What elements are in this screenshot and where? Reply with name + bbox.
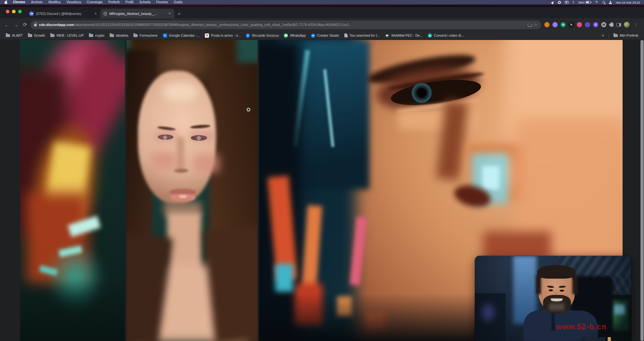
bookmark-folder-idealista[interactable]: idealista bbox=[107, 33, 131, 37]
wifi-icon[interactable] bbox=[595, 1, 599, 4]
lock-icon[interactable] bbox=[34, 24, 37, 26]
tab-discord[interactable]: (2762) Discord | @Midjourney × bbox=[26, 9, 100, 18]
bookmark-folder-ai-art[interactable]: AI ART bbox=[3, 33, 25, 37]
extension-icon-5[interactable] bbox=[577, 22, 582, 27]
extensions-puzzle-icon[interactable] bbox=[610, 23, 613, 27]
menu-visualizza[interactable]: Visualizza bbox=[64, 0, 84, 5]
other-bookmarks[interactable]: Altri Preferiti bbox=[611, 33, 641, 37]
menu-scheda[interactable]: Scheda bbox=[136, 0, 153, 5]
forward-button[interactable]: → bbox=[12, 22, 19, 28]
watermark-text: www.52-b.cn bbox=[556, 322, 607, 331]
mouse-cursor bbox=[247, 108, 250, 111]
url-path: /attachments/1013512335442333816/1088905… bbox=[74, 23, 353, 27]
extension-icon-3[interactable]: N bbox=[561, 22, 566, 27]
bookmark-converti-video[interactable]: ▶Converti i video di... bbox=[425, 33, 466, 38]
meta-icon: ∞ bbox=[311, 33, 315, 38]
caption-fragment bbox=[599, 337, 606, 341]
menubar-status-area: ᛒ 56% Ven 24 mar 20:22 bbox=[551, 1, 640, 4]
tab-title: (2762) Discord | @Midjourney bbox=[36, 12, 92, 16]
folder-icon bbox=[6, 34, 10, 37]
desktop-wallpaper-sliver bbox=[0, 5, 644, 7]
scrollbar-thumb[interactable] bbox=[640, 40, 644, 341]
menubar-clock[interactable]: Ven 24 mar 20:22 bbox=[616, 1, 640, 4]
menu-archivio[interactable]: Archivio bbox=[28, 0, 46, 5]
extension-icon-2[interactable] bbox=[552, 22, 558, 27]
bookmark-webmail-pec[interactable]: WebMail PEC - De... bbox=[382, 33, 425, 38]
whatsapp-icon: ☎ bbox=[284, 33, 288, 38]
bookmark-folder-formazione[interactable]: Formazione bbox=[131, 33, 160, 37]
bookmark-gmail[interactable]: MPosta in arrivo - ri... bbox=[202, 33, 243, 38]
folder-icon bbox=[613, 34, 618, 37]
zoom-window-button[interactable] bbox=[18, 10, 22, 13]
bookmark-folder-crypto[interactable]: crypto bbox=[86, 33, 107, 37]
bookmarks-overflow-chevron[interactable]: » bbox=[599, 33, 607, 38]
tab-title: MRregista_Abstract_beauty._... bbox=[109, 12, 166, 16]
close-window-button[interactable] bbox=[6, 10, 9, 13]
facebook-icon: f bbox=[246, 33, 250, 38]
display-icon[interactable] bbox=[565, 1, 569, 4]
user-switch-icon[interactable] bbox=[609, 1, 612, 4]
extension-icon-1[interactable] bbox=[544, 22, 550, 27]
macos-desktop: { "menubar": { "app_menu": ["Chrome", "A… bbox=[0, 0, 644, 341]
bookmark-creator-studio[interactable]: ∞Creator Studio bbox=[308, 33, 342, 38]
window-controls bbox=[3, 7, 26, 18]
url-domain: cdn.discordapp.com bbox=[39, 23, 74, 27]
menu-preferiti[interactable]: Preferiti bbox=[105, 0, 122, 5]
bookmark-folder-growth[interactable]: Growth bbox=[25, 33, 48, 37]
globe-favicon bbox=[103, 12, 107, 16]
bookmark-facebook[interactable]: fRiccardo Scrocca bbox=[243, 33, 281, 38]
bookmark-google-calendar[interactable]: 31Google Calendar -... bbox=[160, 33, 203, 38]
record-icon[interactable] bbox=[558, 1, 561, 4]
battery-icon bbox=[586, 1, 591, 4]
tab-close-icon[interactable]: × bbox=[94, 11, 97, 16]
discord-favicon bbox=[29, 11, 34, 16]
bookmarks-bar: AI ART Growth WEB - LEVEL-UP crypto idea… bbox=[0, 31, 644, 40]
bookmarks-divider bbox=[609, 33, 609, 38]
battery-indicator[interactable]: 56% bbox=[578, 1, 591, 4]
battery-percent: 56% bbox=[578, 1, 585, 4]
bookmark-folder-web-level-up[interactable]: WEB - LEVEL-UP bbox=[48, 33, 86, 37]
tab-image-active[interactable]: MRregista_Abstract_beauty._... × bbox=[100, 9, 174, 18]
webcam-overlay bbox=[475, 256, 631, 341]
extension-icon-8[interactable]: M bbox=[601, 22, 606, 27]
share-icon[interactable] bbox=[528, 23, 531, 27]
caption-fragment bbox=[588, 337, 597, 341]
new-tab-button[interactable]: + bbox=[174, 9, 184, 18]
scrollbar-track[interactable] bbox=[640, 40, 644, 341]
gmail-icon: M bbox=[205, 33, 209, 38]
bookmark-whatsapp[interactable]: ☎WhatsApp bbox=[281, 33, 308, 38]
location-services-icon[interactable] bbox=[551, 0, 555, 4]
bookmark-you-searched[interactable]: You searched for I... bbox=[342, 33, 383, 37]
folder-icon bbox=[50, 34, 55, 37]
spotlight-search-icon[interactable] bbox=[602, 1, 605, 4]
folder-icon bbox=[110, 34, 114, 37]
back-button[interactable]: ← bbox=[3, 22, 10, 28]
apple-menu-icon[interactable] bbox=[5, 1, 7, 4]
menu-modifica[interactable]: Modifica bbox=[45, 0, 63, 5]
bookmark-star-icon[interactable]: ☆ bbox=[534, 22, 538, 27]
address-bar[interactable]: cdn.discordapp.com/attachments/101351233… bbox=[31, 20, 541, 29]
artwork-panel-abstract bbox=[20, 40, 125, 341]
macos-menubar: Chrome Archivio Modifica Visualizza Cron… bbox=[0, 0, 644, 5]
side-panel-icon[interactable] bbox=[616, 23, 621, 27]
extension-icon-4[interactable]: h bbox=[569, 22, 574, 27]
extension-icon-6[interactable] bbox=[585, 22, 590, 27]
google-calendar-icon: 31 bbox=[163, 33, 167, 38]
reload-button[interactable]: ⟳ bbox=[21, 22, 29, 28]
caption-fragment bbox=[581, 337, 586, 341]
menu-finestra[interactable]: Finestra bbox=[153, 0, 171, 5]
extension-icon-7[interactable]: S bbox=[593, 22, 598, 27]
folder-icon bbox=[133, 34, 138, 37]
menu-profili[interactable]: Profili bbox=[122, 0, 136, 5]
menu-cronologia[interactable]: Cronologia bbox=[84, 0, 105, 5]
browser-toolbar: ← → ⟳ cdn.discordapp.com/attachments/101… bbox=[0, 18, 644, 31]
page-icon bbox=[344, 33, 348, 37]
bluetooth-icon[interactable]: ᛒ bbox=[573, 1, 575, 4]
tab-close-icon[interactable]: × bbox=[168, 11, 171, 16]
minimize-window-button[interactable] bbox=[12, 10, 16, 13]
profile-avatar[interactable] bbox=[624, 22, 630, 28]
menu-guida[interactable]: Guida bbox=[171, 0, 185, 5]
chrome-menu-icon[interactable]: ⋮ bbox=[633, 22, 639, 27]
menu-chrome[interactable]: Chrome bbox=[10, 0, 28, 5]
video-converter-icon: ▶ bbox=[428, 33, 432, 38]
